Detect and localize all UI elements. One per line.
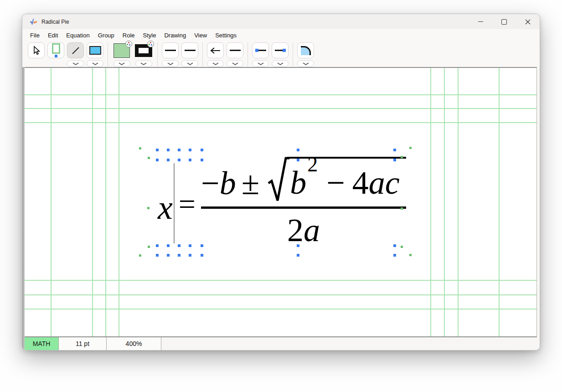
resize-handle[interactable] (401, 246, 403, 248)
endpoint-start-button[interactable] (252, 42, 269, 58)
palette-icon (125, 41, 132, 47)
close-button[interactable] (516, 14, 540, 29)
window-controls (469, 14, 540, 29)
resize-handle[interactable] (409, 147, 412, 149)
minimize-icon (478, 21, 483, 22)
chevron-down-icon (140, 62, 147, 65)
menu-edit[interactable]: Edit (44, 31, 62, 40)
line-tool-button[interactable] (67, 42, 84, 58)
selection-anchor-dot (297, 149, 299, 151)
corner-style-button[interactable] (297, 42, 314, 58)
insertion-cursor (174, 163, 175, 243)
arrow-start-dropdown[interactable] (207, 60, 224, 67)
fill-color-dropdown[interactable] (113, 60, 130, 67)
selection-anchor-dot (167, 149, 170, 151)
denominator: 2a (287, 211, 320, 249)
line-width-button[interactable] (181, 42, 198, 58)
arrow-start-button[interactable] (207, 42, 224, 58)
resize-handle[interactable] (139, 254, 141, 257)
horizontal-line-icon (230, 50, 241, 51)
horizontal-guide-line (25, 294, 536, 295)
rectangle-tool-dropdown[interactable] (87, 60, 103, 67)
resize-handle[interactable] (409, 254, 412, 256)
statusbar: MATH 11 pt 400% (25, 337, 540, 350)
resize-handle[interactable] (401, 207, 403, 210)
line-style-dropdown[interactable] (162, 60, 179, 67)
variable-b: b (220, 165, 236, 201)
menu-settings[interactable]: Settings (211, 31, 241, 40)
selection-anchor-dot (189, 149, 191, 151)
endpoint-start-dropdown[interactable] (252, 60, 269, 67)
menu-file[interactable]: File (26, 31, 44, 40)
fill-color-button[interactable] (112, 42, 131, 58)
green-frame-with-blue-handle-icon (52, 43, 60, 57)
menu-equation[interactable]: Equation (62, 31, 93, 40)
menu-drawing[interactable]: Drawing (160, 31, 190, 40)
palette-icon (147, 41, 154, 47)
arrow-end-dropdown[interactable] (227, 60, 243, 67)
chevron-down-icon (232, 62, 238, 65)
rectangle-tool-button[interactable] (87, 42, 103, 58)
resize-handle[interactable] (139, 147, 141, 150)
endpoint-end-button[interactable] (272, 42, 289, 58)
endpoint-end-dropdown[interactable] (272, 60, 289, 67)
horizontal-line-icon (165, 50, 176, 51)
line-tool-dropdown[interactable] (67, 60, 84, 67)
minus-sign: − (201, 165, 220, 201)
arrow-end-button[interactable] (227, 42, 243, 58)
selection-anchor-dot (393, 244, 396, 247)
resize-handle[interactable] (148, 157, 150, 159)
horizontal-guide-line (25, 280, 536, 281)
line-with-square-end-icon (275, 49, 286, 52)
horizontal-guide-line (25, 309, 536, 309)
selection-anchor-dot (156, 254, 159, 257)
resize-handle[interactable] (148, 246, 150, 248)
maximize-button[interactable] (492, 14, 516, 29)
menu-group[interactable]: Group (94, 31, 119, 40)
selection-anchor-dot (201, 254, 203, 257)
vertical-guide-line (458, 68, 459, 336)
variable-b: b (290, 165, 306, 201)
toolbar-separator (202, 42, 203, 68)
chevron-down-icon (258, 62, 264, 65)
line-width-dropdown[interactable] (181, 60, 198, 67)
equation-frame-tool-button[interactable] (47, 42, 64, 58)
resize-handle[interactable] (147, 207, 150, 209)
border-color-dropdown[interactable] (135, 60, 152, 67)
menu-role[interactable]: Role (119, 31, 139, 40)
app-logo-icon (30, 18, 38, 26)
menu-view[interactable]: View (190, 31, 211, 40)
status-zoom-level[interactable]: 400% (107, 337, 161, 350)
line-style-button[interactable] (162, 42, 179, 58)
resize-handle[interactable] (401, 156, 403, 158)
chevron-down-icon (72, 62, 79, 65)
chevron-down-icon (187, 62, 193, 65)
filled-rectangle-icon (89, 46, 101, 55)
selection-anchor-dot (167, 254, 170, 257)
toolbar (22, 41, 540, 68)
chevron-down-icon (167, 62, 174, 65)
numerator: −b± b2−4ac (201, 157, 406, 203)
chevron-down-icon (212, 62, 219, 65)
fraction: −b± b2−4ac 2a (201, 157, 406, 249)
status-message-area (161, 337, 540, 350)
status-mode-badge[interactable]: MATH (25, 337, 59, 350)
selection-anchor-dot (393, 159, 396, 161)
document-canvas[interactable]: x = −b± b2−4ac 2a (25, 67, 537, 337)
toolbar-separator (247, 42, 248, 68)
fraction-bar (201, 206, 406, 209)
chevron-down-icon (303, 62, 309, 65)
titlebar[interactable]: Radical Pie (22, 14, 540, 29)
corner-style-dropdown[interactable] (297, 60, 314, 67)
vertical-guide-line (119, 68, 119, 336)
menu-style[interactable]: Style (139, 31, 160, 40)
selection-anchor-dot (156, 159, 159, 161)
pointer-tool-button[interactable] (28, 42, 45, 58)
status-font-size[interactable]: 11 pt (59, 337, 107, 350)
equation[interactable]: x = −b± b2−4ac 2a (158, 157, 406, 249)
minimize-button[interactable] (469, 14, 492, 29)
window-title: Radical Pie (41, 19, 69, 25)
selection-anchor-dot (297, 254, 299, 257)
border-color-button[interactable] (134, 42, 153, 58)
selection-anchor-dot (167, 159, 170, 161)
